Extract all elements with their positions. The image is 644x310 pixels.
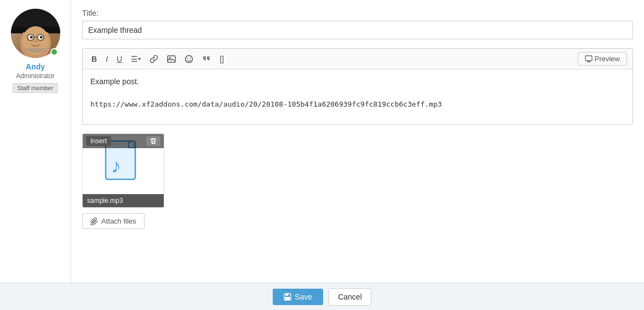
svg-point-8 [34,41,37,43]
top-area: Andy Administrator Staff member Title: B… [0,0,644,310]
image-icon [167,55,176,63]
italic-button[interactable]: I [102,52,111,66]
editor-toolbar: B I U ☰ ▾ [83,49,633,69]
main-content: Title: B I U ☰ ▾ [71,0,644,310]
svg-point-15 [187,57,188,59]
underline-button[interactable]: U [113,52,125,66]
paperclip-icon [90,218,98,225]
title-section: Title: [82,9,633,39]
preview-icon [585,55,593,63]
title-input[interactable] [82,21,633,39]
attachments-area: Insert [82,133,633,229]
editor-container: B I U ☰ ▾ [82,48,633,125]
svg-text:♪: ♪ [111,155,121,177]
page-wrapper: Andy Administrator Staff member Title: B… [0,0,644,310]
attach-files-button[interactable]: Attach files [82,213,145,229]
svg-point-7 [39,36,42,39]
link-button[interactable] [146,52,162,66]
list-button[interactable]: ☰ ▾ [128,52,144,66]
trash-icon [150,137,157,145]
save-button[interactable]: Save [273,289,323,305]
save-icon [284,293,291,301]
cancel-button[interactable]: Cancel [329,288,371,306]
save-label: Save [295,293,312,301]
avatar-wrapper [11,9,60,58]
brackets-button[interactable]: [] [216,52,227,66]
bold-button[interactable]: B [88,52,100,66]
sidebar: Andy Administrator Staff member [0,0,71,310]
link-icon [150,55,158,63]
svg-rect-23 [286,294,289,296]
footer-bar: Save Cancel [0,283,644,310]
attach-files-label: Attach files [101,217,136,225]
username: Andy [26,62,45,71]
preview-button[interactable]: Preview [578,52,627,66]
attachment-actions: Insert [83,134,164,148]
svg-point-6 [30,36,32,39]
svg-point-16 [190,57,191,59]
list-icon: ☰ [131,55,138,63]
attachment-filename: sample.mp3 [83,194,164,207]
attach-files-wrapper: Attach files [82,213,633,229]
image-button[interactable] [164,52,179,66]
preview-label: Preview [595,55,620,63]
editor-line-2: https://www.xf2addons.com/data/audio/20/… [90,99,625,110]
quote-icon [202,55,211,63]
attachment-delete-button[interactable] [146,136,160,146]
emoji-button[interactable] [181,52,197,66]
attachment-thumbnail: Insert [82,133,164,208]
svg-rect-24 [285,297,290,300]
emoji-icon [185,55,193,63]
attachment-insert-button[interactable]: Insert [86,136,111,146]
quote-button[interactable] [199,52,214,66]
online-indicator [50,48,58,56]
svg-rect-12 [168,56,175,62]
editor-line-1: Example post. [90,76,625,87]
svg-rect-17 [585,56,592,61]
staff-badge: Staff member [13,83,59,93]
user-role: Administrator [16,72,55,80]
title-label: Title: [82,9,633,17]
editor-body[interactable]: Example post. https://www.xf2addons.com/… [83,69,633,124]
list-dropdown-arrow: ▾ [138,56,141,62]
